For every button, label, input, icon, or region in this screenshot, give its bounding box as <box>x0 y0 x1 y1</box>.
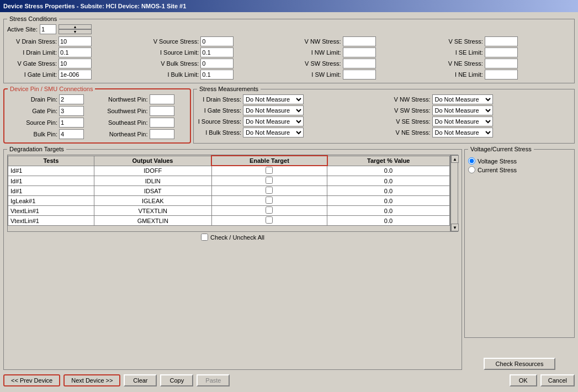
i-bulk-limit-input[interactable] <box>200 70 234 80</box>
cell-tests: VtextLin#1 <box>8 206 94 216</box>
voltage-stress-radio[interactable] <box>468 157 475 165</box>
i-bulk-stress-select[interactable]: Do Not Measure IDo Measure IDO Measure <box>243 128 304 137</box>
v-nw-stress-select[interactable]: Do Not Measure IDo Measure IDO Measure <box>432 94 493 104</box>
cell-enable-target <box>211 206 327 216</box>
paste-button[interactable]: Paste <box>197 374 230 386</box>
enable-target-checkbox[interactable] <box>266 167 273 174</box>
enable-target-checkbox[interactable] <box>266 197 273 204</box>
check-all-checkbox[interactable] <box>201 234 208 241</box>
i-se-limit-input[interactable] <box>485 47 518 57</box>
v-se-stress-label: V SE Stress: <box>433 38 483 45</box>
i-drain-stress-meas-row: I Drain Stress: Do Not Measure IDo Measu… <box>197 94 382 104</box>
v-drain-stress-input[interactable] <box>59 36 92 46</box>
enable-target-checkbox[interactable] <box>266 206 273 214</box>
i-ne-limit-label: I NE Limit: <box>433 71 483 78</box>
button-bar: << Prev Device Next Device >> Clear Copy… <box>3 372 575 389</box>
active-site-down[interactable]: ▼ <box>59 29 92 34</box>
v-se-stress-input[interactable] <box>485 36 518 46</box>
i-drain-limit-input[interactable] <box>59 47 92 57</box>
v-sw-stress-input[interactable] <box>343 59 376 68</box>
i-source-limit-input[interactable] <box>200 47 234 57</box>
i-source-limit-row: I Source Limit: <box>149 47 287 57</box>
stress-conditions-legend: Stress Conditions <box>7 15 59 22</box>
northeast-pin-input[interactable] <box>150 129 174 139</box>
cell-enable-target <box>211 186 327 196</box>
v-drain-stress-row: V Drain Stress: <box>7 36 145 46</box>
cell-tests: VtextLin#1 <box>8 216 94 226</box>
scroll-up-btn[interactable]: ▲ <box>451 155 459 163</box>
bulk-pin-input[interactable] <box>59 129 84 139</box>
cell-output-values: IDSAT <box>94 186 211 196</box>
v-sw-stress-select[interactable]: Do Not Measure IDo Measure IDO Measure <box>432 105 493 115</box>
source-pin-input[interactable] <box>59 118 84 128</box>
gate-pin-input[interactable] <box>59 106 84 116</box>
check-resources-button[interactable]: Check Resources <box>484 358 555 370</box>
i-gate-stress-select[interactable]: Do Not Measure IDo Measure IDO Measure <box>243 105 304 115</box>
v-bulk-stress-input[interactable] <box>200 59 234 68</box>
v-sw-stress-row: V SW Stress: <box>291 59 429 68</box>
i-source-stress-meas-row: I Source Stress: Do Not Measure IDo Meas… <box>197 116 382 126</box>
v-ne-stress-input[interactable] <box>485 59 518 68</box>
v-source-stress-row: V Source Stress: <box>149 36 287 46</box>
i-nw-limit-input[interactable] <box>343 47 376 57</box>
i-source-stress-select[interactable]: Do Not Measure IDo Measure IDO Measure <box>243 116 304 126</box>
v-se-stress-select[interactable]: Do Not Measure IDo Measure IDO Measure <box>432 116 493 126</box>
southeast-pin-input[interactable] <box>150 118 174 128</box>
voltage-current-panel: Voltage/Current Stress Voltage Stress Cu… <box>464 146 575 370</box>
col-enable-target: Enable Target <box>211 156 327 166</box>
cancel-button[interactable]: Cancel <box>540 374 575 386</box>
prev-device-button[interactable]: << Prev Device <box>3 374 60 386</box>
voltage-stress-label: Voltage Stress <box>478 158 517 165</box>
drain-pin-label: Drain Pin: <box>8 96 57 103</box>
i-ne-limit-input[interactable] <box>485 70 518 80</box>
voltage-current-legend: Voltage/Current Stress <box>468 146 534 152</box>
i-se-limit-row: I SE Limit: <box>433 47 571 57</box>
v-bulk-stress-label: V Bulk Stress: <box>149 60 199 67</box>
i-drain-stress-select[interactable]: Do Not Measure IDo Measure IDO Measure <box>243 94 304 104</box>
drain-pin-input[interactable] <box>59 94 84 104</box>
i-drain-limit-row: I Drain Limit: <box>7 47 145 57</box>
i-nw-limit-row: I NW Limit: <box>291 47 429 57</box>
cell-output-values: IGLEAK <box>94 196 211 206</box>
table-row: Id#1 IDLIN 0.0 <box>8 176 450 186</box>
clear-button[interactable]: Clear <box>124 374 157 386</box>
v-ne-stress-label: V NE Stress: <box>433 60 483 67</box>
enable-target-checkbox[interactable] <box>266 177 273 184</box>
cell-target-pct: 0.0 <box>327 196 450 206</box>
v-source-stress-input[interactable] <box>200 36 234 46</box>
next-device-button[interactable]: Next Device >> <box>63 374 120 386</box>
cell-target-pct: 0.0 <box>327 186 450 196</box>
current-stress-label: Current Stress <box>478 167 517 173</box>
v-se-stress-meas-label: V SE Stress: <box>386 118 431 125</box>
active-site-up[interactable]: ▲ <box>59 24 92 29</box>
cell-target-pct: 0.0 <box>327 206 450 216</box>
i-sw-limit-input[interactable] <box>343 70 376 80</box>
active-site-input[interactable] <box>40 24 56 34</box>
v-gate-stress-input[interactable] <box>59 59 92 68</box>
northwest-pin-input[interactable] <box>150 94 174 104</box>
v-sw-stress-meas-row: V SW Stress: Do Not Measure IDo Measure … <box>386 105 571 115</box>
current-stress-radio[interactable] <box>468 166 475 173</box>
drain-pin-row: Drain Pin: <box>8 94 97 104</box>
cell-enable-target <box>211 216 327 226</box>
enable-target-checkbox[interactable] <box>266 216 273 224</box>
table-row: VtextLin#1 VTEXTLIN 0.0 <box>8 206 450 216</box>
v-nw-stress-input[interactable] <box>343 36 376 46</box>
i-bulk-stress-meas-row: I Bulk Stress: Do Not Measure IDo Measur… <box>197 128 382 137</box>
copy-button[interactable]: Copy <box>160 374 193 386</box>
ok-button[interactable]: OK <box>510 374 537 386</box>
degradation-targets-group: Degradation Targets Tests Output Values … <box>3 146 462 370</box>
northeast-pin-label: Northeast Pin: <box>98 131 148 137</box>
v-nw-stress-label: V NW Stress: <box>291 38 341 45</box>
scroll-down-btn[interactable]: ▼ <box>451 224 459 231</box>
v-ne-stress-select[interactable]: Do Not Measure IDo Measure IDO Measure <box>432 128 493 137</box>
v-bulk-stress-row: V Bulk Stress: <box>149 59 287 68</box>
southwest-pin-input[interactable] <box>150 106 174 116</box>
title-bar-text: Device Stress Properties - Subsite: HCI … <box>3 3 186 9</box>
table-scrollbar[interactable]: ▲ ▼ <box>450 155 458 232</box>
i-ne-limit-row: I NE Limit: <box>433 70 571 80</box>
cell-output-values: VTEXTLIN <box>94 206 211 216</box>
check-all-label: Check / Uncheck All <box>210 234 264 241</box>
enable-target-checkbox[interactable] <box>266 187 273 194</box>
i-gate-limit-input[interactable] <box>59 70 92 80</box>
